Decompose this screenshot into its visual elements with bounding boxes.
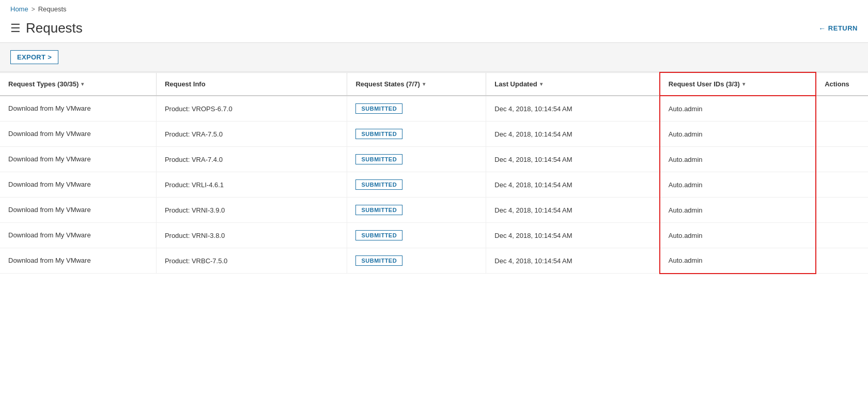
cell-user-id: Auto.admin: [660, 248, 816, 274]
cell-request-info: Product: VRNI-3.9.0: [156, 198, 347, 223]
cell-actions: [816, 223, 868, 248]
table-row: Download from My VMwareProduct: VRA-7.4.…: [0, 147, 868, 172]
cell-user-id: Auto.admin: [660, 223, 816, 248]
return-button[interactable]: ← RETURN: [818, 24, 858, 33]
cell-last-updated: Dec 4, 2018, 10:14:54 AM: [486, 122, 660, 147]
cell-request-state: SUBMITTED: [347, 198, 486, 223]
status-badge: SUBMITTED: [355, 179, 402, 190]
cell-request-type: Download from My VMware: [0, 96, 156, 122]
cell-request-info: Product: VRA-7.4.0: [156, 147, 347, 172]
table-header-row: Request Types (30/35) ▾ Request Info Req…: [0, 72, 868, 96]
cell-actions: [816, 172, 868, 198]
cell-request-info: Product: VROPS-6.7.0: [156, 96, 347, 122]
chevron-down-icon: ▾: [540, 81, 542, 87]
cell-user-id: Auto.admin: [660, 147, 816, 172]
cell-request-info: Product: VRA-7.5.0: [156, 122, 347, 147]
table-row: Download from My VMwareProduct: VRBC-7.5…: [0, 248, 868, 274]
col-header-actions: Actions: [816, 72, 868, 96]
status-badge: SUBMITTED: [355, 103, 402, 114]
cell-request-state: SUBMITTED: [347, 147, 486, 172]
cell-last-updated: Dec 4, 2018, 10:14:54 AM: [486, 198, 660, 223]
cell-actions: [816, 147, 868, 172]
cell-last-updated: Dec 4, 2018, 10:14:54 AM: [486, 96, 660, 122]
cell-request-state: SUBMITTED: [347, 248, 486, 274]
table-row: Download from My VMwareProduct: VRNI-3.8…: [0, 223, 868, 248]
cell-request-state: SUBMITTED: [347, 172, 486, 198]
requests-table: Request Types (30/35) ▾ Request Info Req…: [0, 72, 868, 274]
cell-request-type: Download from My VMware: [0, 122, 156, 147]
cell-user-id: Auto.admin: [660, 122, 816, 147]
col-header-request-user-ids[interactable]: Request User IDs (3/3) ▾: [660, 72, 816, 96]
cell-last-updated: Dec 4, 2018, 10:14:54 AM: [486, 147, 660, 172]
table-row: Download from My VMwareProduct: VRNI-3.9…: [0, 198, 868, 223]
cell-request-type: Download from My VMware: [0, 223, 156, 248]
breadcrumb: Home > Requests: [0, 0, 868, 16]
cell-user-id: Auto.admin: [660, 198, 816, 223]
table-row: Download from My VMwareProduct: VRA-7.5.…: [0, 122, 868, 147]
cell-last-updated: Dec 4, 2018, 10:14:54 AM: [486, 172, 660, 198]
table-body: Download from My VMwareProduct: VROPS-6.…: [0, 96, 868, 274]
chevron-down-icon: ▾: [423, 81, 425, 87]
cell-user-id: Auto.admin: [660, 96, 816, 122]
toolbar: EXPORT >: [0, 43, 868, 72]
cell-last-updated: Dec 4, 2018, 10:14:54 AM: [486, 248, 660, 274]
breadcrumb-current: Requests: [38, 5, 67, 13]
cell-request-state: SUBMITTED: [347, 122, 486, 147]
chevron-down-icon: ▾: [81, 81, 84, 87]
header-actions: ← RETURN: [818, 24, 858, 33]
cell-request-info: Product: VRLI-4.6.1: [156, 172, 347, 198]
return-label: RETURN: [828, 24, 858, 32]
page-wrapper: Home > Requests ☰ Requests ← RETURN EXPO…: [0, 0, 868, 407]
page-title-area: ☰ Requests: [10, 20, 83, 36]
requests-table-container: Request Types (30/35) ▾ Request Info Req…: [0, 72, 868, 274]
return-arrow: ←: [818, 24, 826, 33]
page-header: ☰ Requests ← RETURN: [0, 16, 868, 43]
table-row: Download from My VMwareProduct: VROPS-6.…: [0, 96, 868, 122]
status-badge: SUBMITTED: [355, 255, 402, 266]
page-icon: ☰: [10, 22, 21, 35]
breadcrumb-home-link[interactable]: Home: [10, 5, 28, 13]
status-badge: SUBMITTED: [355, 129, 402, 139]
cell-request-type: Download from My VMware: [0, 248, 156, 274]
col-header-last-updated[interactable]: Last Updated ▾: [486, 72, 660, 96]
status-badge: SUBMITTED: [355, 205, 402, 215]
cell-user-id: Auto.admin: [660, 172, 816, 198]
cell-request-type: Download from My VMware: [0, 172, 156, 198]
cell-actions: [816, 122, 868, 147]
export-button[interactable]: EXPORT >: [10, 50, 58, 64]
cell-request-info: Product: VRBC-7.5.0: [156, 248, 347, 274]
col-header-request-types[interactable]: Request Types (30/35) ▾: [0, 72, 156, 96]
cell-actions: [816, 96, 868, 122]
breadcrumb-separator: >: [32, 6, 35, 13]
col-header-request-info: Request Info: [156, 72, 347, 96]
cell-actions: [816, 198, 868, 223]
chevron-down-icon: ▾: [742, 81, 745, 87]
page-title: Requests: [26, 20, 83, 36]
status-badge: SUBMITTED: [355, 230, 402, 240]
cell-request-state: SUBMITTED: [347, 96, 486, 122]
table-row: Download from My VMwareProduct: VRLI-4.6…: [0, 172, 868, 198]
col-header-request-states[interactable]: Request States (7/7) ▾: [347, 72, 486, 96]
cell-request-info: Product: VRNI-3.8.0: [156, 223, 347, 248]
status-badge: SUBMITTED: [355, 154, 402, 164]
cell-request-state: SUBMITTED: [347, 223, 486, 248]
cell-actions: [816, 248, 868, 274]
cell-request-type: Download from My VMware: [0, 147, 156, 172]
cell-last-updated: Dec 4, 2018, 10:14:54 AM: [486, 223, 660, 248]
cell-request-type: Download from My VMware: [0, 198, 156, 223]
